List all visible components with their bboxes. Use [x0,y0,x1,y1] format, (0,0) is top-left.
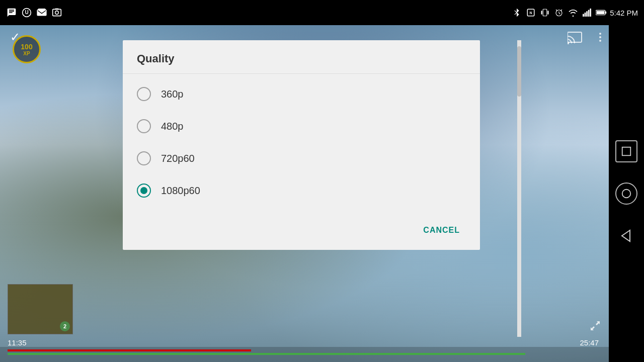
radio-480p[interactable] [137,119,151,133]
circle-button[interactable] [615,183,637,205]
option-720p60[interactable]: 720p60 [123,142,480,174]
health-bar [8,349,251,351]
status-right-icons: N [511,7,638,18]
svg-point-24 [622,190,631,198]
discuss-icon [6,7,17,18]
svg-rect-9 [543,9,547,16]
mini-map: 2 [8,284,73,334]
dialog-body: 360p 480p 720p60 1080p60 [123,74,480,211]
label-1080p60: 1080p60 [161,185,200,197]
cast-icon[interactable] [568,30,584,46]
badge-count: 2 [60,321,70,331]
xp-label: XP [23,51,30,56]
square-button[interactable] [615,140,637,162]
svg-rect-20 [597,11,605,14]
svg-text:N: N [530,11,532,15]
gmail-icon [36,7,47,18]
ubnt-icon: U [21,7,32,18]
screenshot-icon [51,7,62,18]
time-remaining: 25:47 [580,338,599,347]
svg-text:U: U [25,10,28,15]
wifi-icon [568,7,579,18]
time-elapsed: 11:35 [8,338,27,347]
nfc-icon: N [525,7,536,18]
xp-indicator: 100 XP [13,35,41,63]
svg-marker-25 [622,230,630,241]
svg-rect-2 [53,9,61,16]
svg-rect-16 [588,10,590,17]
status-left-icons: U [6,7,62,18]
vibrate-icon [539,7,550,18]
svg-rect-13 [583,14,584,17]
nav-bar [609,25,644,362]
more-options-icon[interactable] [597,30,604,44]
svg-rect-23 [622,147,631,156]
fullscreen-icon[interactable] [589,320,601,334]
signal-icon [582,7,593,18]
progress-bar-container [0,347,609,362]
dialog-title: Quality [123,40,480,74]
svg-point-3 [55,11,59,15]
label-720p60: 720p60 [161,153,195,164]
svg-rect-11 [547,11,548,15]
svg-rect-17 [590,9,591,17]
alarm-icon [553,7,565,18]
scrollbar-thumb [517,46,521,97]
svg-rect-19 [605,12,606,14]
radio-720p60[interactable] [137,151,151,165]
label-480p: 480p [161,121,184,132]
svg-rect-14 [585,13,586,17]
option-480p[interactable]: 480p [123,110,480,142]
status-bar: U [0,0,644,25]
option-360p[interactable]: 360p [123,78,480,110]
time-display: 5:42 PM [610,9,638,17]
radio-selected-indicator [140,187,147,194]
radio-360p[interactable] [137,87,151,101]
label-360p: 360p [161,88,184,100]
radio-1080p60[interactable] [137,184,151,198]
svg-rect-4 [55,9,59,10]
option-1080p60[interactable]: 1080p60 [123,174,480,207]
svg-rect-10 [541,11,542,15]
dialog-scrollbar[interactable] [517,40,521,337]
xp-bar [8,353,525,355]
svg-rect-15 [586,11,588,17]
bluetooth-icon [511,7,522,18]
dialog-actions: CANCEL [123,211,480,250]
back-button[interactable] [615,225,637,247]
quality-dialog: Quality 360p 480p 720p60 1080p60 [123,40,480,250]
cancel-button[interactable]: CANCEL [415,221,468,240]
xp-value: 100 [21,43,32,51]
battery-icon [596,7,607,18]
